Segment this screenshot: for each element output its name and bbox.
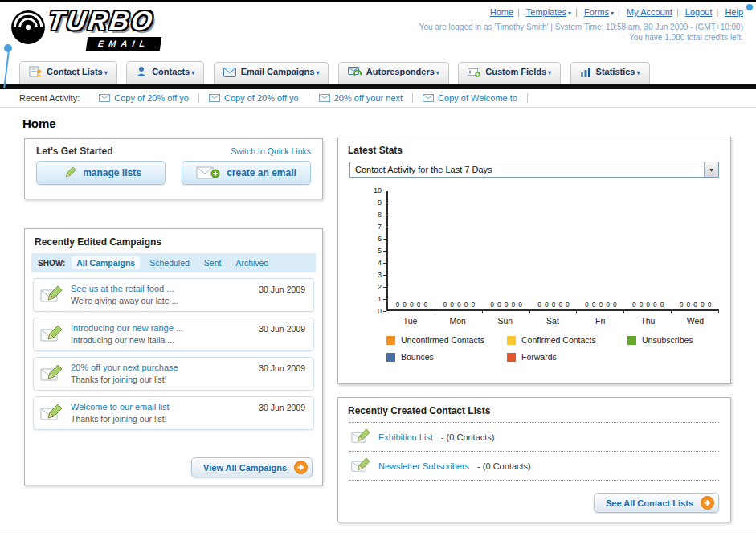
campaign-subtitle: Thanks for joining our list! bbox=[71, 375, 307, 384]
contact-list-detail: - (0 Contacts) bbox=[477, 461, 531, 471]
turbo-swirl-icon bbox=[10, 9, 47, 49]
campaign-row[interactable]: Introducing our new range ... Introducin… bbox=[33, 318, 314, 351]
create-an-email-button[interactable]: create an email bbox=[182, 161, 311, 185]
y-axis-tick: 10 bbox=[374, 186, 386, 195]
legend-label: Forwards bbox=[521, 352, 557, 362]
top-link-logout[interactable]: Logout bbox=[685, 7, 713, 17]
recent-activity-item[interactable]: 20% off your next bbox=[309, 93, 413, 103]
recent-activity-item-label: 20% off your next bbox=[334, 93, 403, 103]
top-link-forms-label: Forms bbox=[584, 7, 609, 17]
top-link-templates[interactable]: Templates bbox=[526, 7, 566, 17]
create-an-email-label: create an email bbox=[227, 167, 296, 178]
manage-lists-button[interactable]: manage lists bbox=[36, 161, 166, 185]
legend-label: Unsubscribes bbox=[642, 335, 693, 345]
campaign-date: 30 Jun 2009 bbox=[259, 363, 305, 373]
recent-activity-item[interactable]: Copy of 20% off yo bbox=[199, 93, 309, 103]
tab-sent[interactable]: Sent bbox=[199, 256, 227, 269]
header: TURBO EMAIL Home| Templates▾| Forms▾| My… bbox=[0, 2, 756, 55]
chevron-down-icon: ▾ bbox=[104, 69, 108, 76]
switch-to-quick-links[interactable]: Switch to Quick Links bbox=[231, 146, 311, 156]
campaign-row[interactable]: See us at the retail food ... We're givi… bbox=[33, 278, 314, 312]
logo-subtitle: EMAIL bbox=[86, 37, 162, 51]
chevron-down-icon: ▾ bbox=[611, 10, 614, 17]
y-axis-tick: 3 bbox=[378, 271, 386, 279]
view-all-campaigns-label: View All Campaigns bbox=[203, 463, 287, 473]
chart-value-label: 0 bbox=[518, 301, 522, 309]
contact-list-link[interactable]: Newsletter Subscribers bbox=[378, 461, 469, 471]
chart-value-label: 0 bbox=[512, 301, 516, 309]
chevron-down-icon: ▾ bbox=[548, 69, 551, 76]
login-info: You are logged in as 'Timothy Smith' | S… bbox=[419, 23, 743, 31]
chart-value-label: 0 bbox=[653, 301, 657, 309]
recent-activity-item-label: Copy of Welcome to bbox=[438, 93, 517, 103]
separator: | bbox=[676, 7, 679, 17]
chart-value-label: 0 bbox=[686, 301, 690, 309]
top-link-help[interactable]: Help bbox=[725, 7, 743, 17]
nav-tab-label: Custom Fields bbox=[485, 67, 546, 76]
top-link-forms[interactable]: Forms bbox=[584, 7, 609, 17]
header-right: Home| Templates▾| Forms▾| My Account| Lo… bbox=[419, 7, 743, 42]
nav-tab-label: Email Campaigns bbox=[241, 67, 315, 76]
page-title: Home bbox=[22, 117, 756, 130]
separator: | bbox=[575, 7, 578, 17]
y-axis-tick: 6 bbox=[378, 235, 386, 243]
tab-archived[interactable]: Archived bbox=[231, 256, 273, 269]
chart-value-label: 0 bbox=[632, 301, 636, 309]
nav-tab-contacts[interactable]: Contacts▾ bbox=[126, 61, 204, 84]
legend-swatch bbox=[627, 336, 636, 345]
contact-list-row[interactable]: Newsletter Subscribers - (0 Contacts) bbox=[349, 451, 719, 481]
nav-tab-autoresponders[interactable]: Autoresponders▾ bbox=[338, 62, 449, 84]
see-all-contact-lists-button[interactable]: See All Contact Lists bbox=[594, 493, 719, 513]
nav-tab-statistics[interactable]: Statistics▾ bbox=[570, 62, 650, 84]
tab-scheduled[interactable]: Scheduled bbox=[145, 256, 194, 269]
recent-activity-item[interactable]: Copy of 20% off yo bbox=[89, 93, 199, 103]
chart-value-label: 0 bbox=[552, 301, 556, 309]
recent-activity-item[interactable]: Copy of Welcome to bbox=[413, 93, 528, 103]
chart-value-label: 0 bbox=[505, 301, 509, 309]
custom-fields-icon bbox=[468, 67, 480, 79]
y-axis-tick: 8 bbox=[378, 211, 386, 219]
chart-value-label: 0 bbox=[537, 301, 541, 309]
nav-tab-email-campaigns[interactable]: Email Campaigns▾ bbox=[214, 62, 329, 84]
view-all-campaigns-button[interactable]: View All Campaigns bbox=[191, 457, 313, 477]
top-link-home[interactable]: Home bbox=[490, 7, 513, 17]
x-axis-label: Wed bbox=[672, 316, 719, 326]
envelope-pencil-icon bbox=[40, 285, 63, 306]
show-label: SHOW: bbox=[38, 259, 65, 268]
contact-lists-icon bbox=[29, 66, 42, 79]
x-axis-label: Sun bbox=[481, 316, 529, 326]
contact-list-link[interactable]: Exhibition List bbox=[378, 432, 433, 442]
y-axis-tick: 9 bbox=[378, 199, 386, 207]
recently-created-contact-lists-panel: Recently Created Contact Lists Exhibitio… bbox=[337, 397, 731, 522]
campaign-row[interactable]: Welcome to our email list Thanks for joi… bbox=[33, 396, 314, 430]
y-axis-tick: 0 bbox=[378, 307, 386, 315]
chart-group: 00000 bbox=[435, 191, 483, 309]
arrow-right-circle-icon bbox=[701, 496, 714, 510]
chart-value-label: 0 bbox=[424, 301, 428, 309]
chart-value-label: 0 bbox=[613, 301, 617, 309]
campaign-subtitle: We're giving away our late ... bbox=[71, 296, 307, 305]
chart-value-label: 0 bbox=[464, 301, 468, 309]
campaign-subtitle: Thanks for joining our list! bbox=[71, 414, 307, 424]
turbo-email-logo[interactable]: TURBO EMAIL bbox=[10, 6, 219, 52]
tab-all-campaigns[interactable]: All Campaigns bbox=[72, 256, 140, 269]
chart-group: 00000 bbox=[388, 191, 435, 309]
legend-item: Unsubscribes bbox=[627, 335, 748, 345]
top-link-my-account[interactable]: My Account bbox=[627, 7, 672, 17]
chart-value-label: 0 bbox=[640, 301, 644, 309]
top-nav-links: Home| Templates▾| Forms▾| My Account| Lo… bbox=[419, 7, 743, 17]
chart-y-axis: 109876543210 bbox=[366, 191, 386, 311]
y-axis-tick: 1 bbox=[378, 295, 386, 303]
chart-value-label: 0 bbox=[680, 301, 684, 309]
contact-list-row[interactable]: Exhibition List - (0 Contacts) bbox=[349, 422, 719, 451]
chart-value-label: 0 bbox=[585, 301, 589, 309]
campaign-row[interactable]: 20% off your next purchase Thanks for jo… bbox=[33, 357, 314, 391]
nav-tab-custom-fields[interactable]: Custom Fields▾ bbox=[458, 62, 561, 84]
stats-period-select[interactable]: Contact Activity for the Last 7 Days ▼ bbox=[349, 162, 719, 178]
nav-tab-contact-lists[interactable]: Contact Lists▾ bbox=[19, 61, 117, 84]
logo-title: TURBO bbox=[46, 6, 157, 36]
recently-edited-campaigns-panel: Recently Edited Campaigns SHOW: All Camp… bbox=[24, 228, 323, 485]
envelope-plus-icon bbox=[196, 165, 220, 181]
x-axis-label: Tue bbox=[386, 316, 434, 326]
chart-value-label: 0 bbox=[396, 301, 400, 309]
